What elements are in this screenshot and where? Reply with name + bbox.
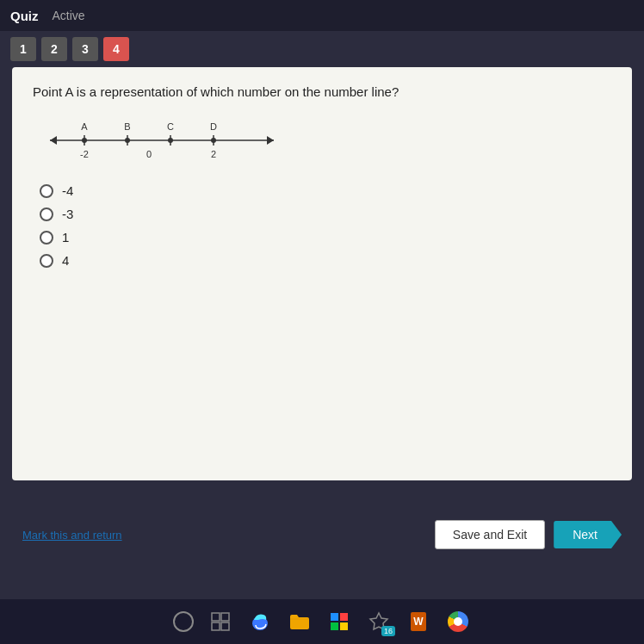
chrome-icon[interactable] (445, 609, 471, 635)
number-line-svg: A B C D -2 0 2 (41, 115, 282, 166)
svg-marker-1 (50, 136, 57, 145)
winamp-icon[interactable]: W (406, 609, 431, 635)
task-view-icon[interactable] (207, 609, 233, 635)
tab-3[interactable]: 3 (72, 37, 98, 61)
notification-badge-icon[interactable]: 16 (366, 609, 392, 635)
svg-text:-2: -2 (80, 149, 89, 159)
number-line-container: A B C D -2 0 2 (41, 115, 611, 166)
svg-text:A: A (81, 121, 88, 132)
tabs-bar: 1 2 3 4 (0, 31, 644, 67)
svg-point-10 (211, 138, 216, 143)
choice-label-3: 1 (62, 230, 69, 245)
choice-4[interactable]: 4 (40, 253, 611, 268)
svg-point-9 (168, 138, 173, 143)
edge-browser-icon[interactable] (247, 609, 273, 635)
radio-4[interactable] (40, 254, 53, 268)
svg-rect-19 (221, 613, 229, 621)
question-text: Point A is a representation of which num… (33, 84, 611, 99)
save-exit-button[interactable]: Save and Exit (435, 520, 545, 549)
svg-text:C: C (167, 121, 174, 132)
choice-label-4: 4 (62, 253, 69, 268)
taskbar: 16 W (0, 599, 644, 644)
svg-marker-2 (267, 136, 274, 145)
svg-rect-24 (340, 613, 348, 621)
choices: -4 -3 1 4 (40, 183, 611, 268)
choice-3[interactable]: 1 (40, 230, 611, 245)
quiz-label: Quiz (10, 9, 39, 23)
screen: Quiz Active 1 2 3 4 Point A is a represe… (0, 0, 644, 644)
active-label: Active (53, 9, 85, 22)
content-area: Point A is a representation of which num… (12, 67, 632, 480)
svg-rect-25 (331, 622, 338, 630)
radio-1[interactable] (40, 184, 53, 198)
svg-rect-26 (340, 622, 348, 630)
svg-rect-21 (221, 622, 229, 630)
svg-text:0: 0 (146, 149, 152, 159)
svg-point-7 (82, 138, 87, 143)
svg-rect-23 (331, 613, 338, 621)
bottom-bar: Mark this and return Save and Exit Next (12, 511, 632, 558)
folder-icon[interactable] (287, 609, 313, 635)
svg-text:W: W (413, 616, 424, 628)
choice-label-1: -4 (62, 183, 73, 198)
top-bar: Quiz Active (0, 0, 644, 31)
svg-text:B: B (124, 121, 130, 132)
action-buttons: Save and Exit Next (435, 520, 622, 549)
tab-1[interactable]: 1 (10, 37, 36, 61)
svg-rect-20 (212, 622, 220, 630)
svg-rect-18 (212, 613, 220, 621)
mark-return-button[interactable]: Mark this and return (22, 529, 122, 542)
radio-2[interactable] (40, 207, 53, 221)
tab-4[interactable]: 4 (103, 37, 129, 61)
search-icon[interactable] (173, 611, 194, 632)
svg-point-8 (125, 138, 130, 143)
choice-2[interactable]: -3 (40, 207, 611, 221)
next-button[interactable]: Next (554, 521, 622, 548)
store-icon[interactable] (326, 609, 352, 635)
notification-count: 16 (381, 626, 395, 636)
choice-label-2: -3 (62, 207, 73, 221)
radio-3[interactable] (40, 231, 53, 245)
choice-1[interactable]: -4 (40, 183, 611, 198)
svg-text:2: 2 (211, 149, 216, 159)
svg-text:D: D (210, 121, 217, 132)
tab-2[interactable]: 2 (41, 37, 67, 61)
